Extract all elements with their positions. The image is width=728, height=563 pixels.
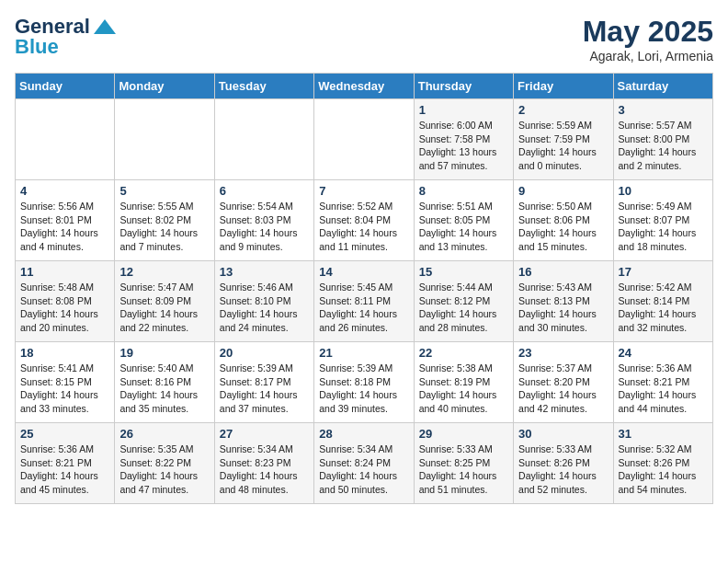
day-info: Sunrise: 5:48 AM: [20, 281, 109, 294]
day-info: Sunrise: 5:57 AM: [619, 119, 708, 132]
calendar-cell: 10Sunrise: 5:49 AMSunset: 8:07 PMDayligh…: [613, 180, 712, 261]
calendar-cell: 19Sunrise: 5:40 AMSunset: 8:16 PMDayligh…: [115, 342, 214, 423]
day-info: Sunrise: 5:50 AM: [518, 200, 608, 213]
day-info: Sunrise: 5:33 AM: [419, 442, 508, 456]
day-number: 18: [20, 346, 109, 360]
week-row-4: 18Sunrise: 5:41 AMSunset: 8:15 PMDayligh…: [16, 342, 713, 423]
day-info: Daylight: 14 hours: [319, 226, 408, 240]
week-row-2: 4Sunrise: 5:56 AMSunset: 8:01 PMDaylight…: [16, 180, 713, 261]
day-info: and 28 minutes.: [419, 321, 508, 335]
day-info: Daylight: 14 hours: [518, 388, 608, 402]
day-number: 1: [419, 103, 508, 117]
day-info: Sunrise: 5:44 AM: [419, 281, 508, 294]
day-number: 31: [619, 427, 708, 441]
header-wednesday: Wednesday: [314, 74, 414, 99]
day-info: Daylight: 14 hours: [20, 469, 109, 483]
day-info: and 54 minutes.: [619, 483, 708, 497]
header-friday: Friday: [514, 74, 613, 99]
day-number: 6: [220, 184, 309, 198]
day-info: Daylight: 14 hours: [220, 388, 309, 402]
day-info: Sunset: 8:08 PM: [20, 294, 109, 308]
day-info: Sunrise: 5:45 AM: [319, 281, 408, 294]
calendar-cell: 25Sunrise: 5:36 AMSunset: 8:21 PMDayligh…: [16, 423, 115, 504]
day-info: Daylight: 14 hours: [119, 388, 209, 402]
day-info: Sunrise: 6:00 AM: [419, 119, 508, 132]
day-info: Daylight: 14 hours: [518, 145, 608, 159]
day-number: 22: [419, 346, 508, 360]
header-saturday: Saturday: [613, 74, 712, 99]
day-info: Daylight: 14 hours: [119, 307, 209, 321]
calendar-cell: 3Sunrise: 5:57 AMSunset: 8:00 PMDaylight…: [613, 99, 712, 180]
day-info: Sunrise: 5:51 AM: [419, 200, 508, 213]
calendar-cell: 8Sunrise: 5:51 AMSunset: 8:05 PMDaylight…: [414, 180, 513, 261]
day-info: Sunset: 8:19 PM: [419, 375, 508, 389]
title-block: May 2025 Agarak, Lori, Armenia: [583, 15, 713, 63]
calendar-cell: 26Sunrise: 5:35 AMSunset: 8:22 PMDayligh…: [115, 423, 214, 504]
day-info: Sunset: 8:22 PM: [119, 456, 209, 470]
day-info: Sunset: 7:59 PM: [518, 132, 608, 146]
day-info: Sunset: 8:09 PM: [119, 294, 209, 308]
calendar-cell: 11Sunrise: 5:48 AMSunset: 8:08 PMDayligh…: [16, 261, 115, 342]
day-info: and 40 minutes.: [419, 402, 508, 416]
day-info: and 47 minutes.: [119, 483, 209, 497]
day-info: Sunset: 8:17 PM: [220, 375, 309, 389]
day-info: Sunrise: 5:55 AM: [119, 200, 209, 213]
day-info: Daylight: 14 hours: [20, 226, 109, 240]
day-info: and 30 minutes.: [518, 321, 608, 335]
day-number: 26: [119, 427, 209, 441]
header-sunday: Sunday: [16, 74, 115, 99]
day-info: Daylight: 14 hours: [619, 388, 708, 402]
day-info: and 22 minutes.: [119, 321, 209, 335]
day-info: and 24 minutes.: [220, 321, 309, 335]
day-number: 11: [20, 265, 109, 279]
day-number: 17: [619, 265, 708, 279]
day-info: Sunset: 8:03 PM: [220, 213, 309, 227]
day-info: Daylight: 14 hours: [319, 469, 408, 483]
day-info: and 20 minutes.: [20, 321, 109, 335]
calendar-cell: 18Sunrise: 5:41 AMSunset: 8:15 PMDayligh…: [16, 342, 115, 423]
calendar-cell: [214, 99, 313, 180]
calendar-cell: 28Sunrise: 5:34 AMSunset: 8:24 PMDayligh…: [314, 423, 414, 504]
day-number: 2: [518, 103, 608, 117]
day-info: Daylight: 14 hours: [419, 469, 508, 483]
day-number: 19: [119, 346, 209, 360]
day-info: Sunrise: 5:39 AM: [220, 362, 309, 375]
day-info: and 48 minutes.: [220, 483, 309, 497]
day-info: Daylight: 14 hours: [20, 388, 109, 402]
calendar-cell: 24Sunrise: 5:36 AMSunset: 8:21 PMDayligh…: [613, 342, 712, 423]
day-number: 20: [220, 346, 309, 360]
day-info: and 37 minutes.: [220, 402, 309, 416]
calendar-cell: 7Sunrise: 5:52 AMSunset: 8:04 PMDaylight…: [314, 180, 414, 261]
day-info: and 33 minutes.: [20, 402, 109, 416]
day-info: Sunrise: 5:52 AM: [319, 200, 408, 213]
day-info: Daylight: 14 hours: [119, 226, 209, 240]
day-info: Sunrise: 5:43 AM: [518, 281, 608, 294]
day-info: Daylight: 14 hours: [619, 226, 708, 240]
header-monday: Monday: [115, 74, 214, 99]
day-info: Daylight: 14 hours: [419, 307, 508, 321]
day-info: Sunrise: 5:46 AM: [220, 281, 309, 294]
day-number: 3: [619, 103, 708, 117]
day-info: and 15 minutes.: [518, 240, 608, 254]
calendar-cell: 17Sunrise: 5:42 AMSunset: 8:14 PMDayligh…: [613, 261, 712, 342]
day-number: 28: [319, 427, 408, 441]
day-number: 27: [220, 427, 309, 441]
day-info: Daylight: 14 hours: [619, 307, 708, 321]
day-info: Sunset: 8:21 PM: [20, 456, 109, 470]
day-info: Daylight: 14 hours: [619, 469, 708, 483]
day-info: and 26 minutes.: [319, 321, 408, 335]
day-info: Sunrise: 5:41 AM: [20, 362, 109, 375]
calendar-cell: 4Sunrise: 5:56 AMSunset: 8:01 PMDaylight…: [16, 180, 115, 261]
day-info: and 9 minutes.: [220, 240, 309, 254]
day-number: 10: [619, 184, 708, 198]
day-info: Sunrise: 5:40 AM: [119, 362, 209, 375]
day-info: Sunset: 8:10 PM: [220, 294, 309, 308]
day-info: Daylight: 14 hours: [319, 388, 408, 402]
day-info: Sunset: 8:26 PM: [619, 456, 708, 470]
day-info: Sunset: 8:02 PM: [119, 213, 209, 227]
day-info: Sunrise: 5:37 AM: [518, 362, 608, 375]
calendar-cell: 23Sunrise: 5:37 AMSunset: 8:20 PMDayligh…: [514, 342, 613, 423]
day-info: Sunset: 8:11 PM: [319, 294, 408, 308]
day-info: and 11 minutes.: [319, 240, 408, 254]
day-info: Sunrise: 5:39 AM: [319, 362, 408, 375]
